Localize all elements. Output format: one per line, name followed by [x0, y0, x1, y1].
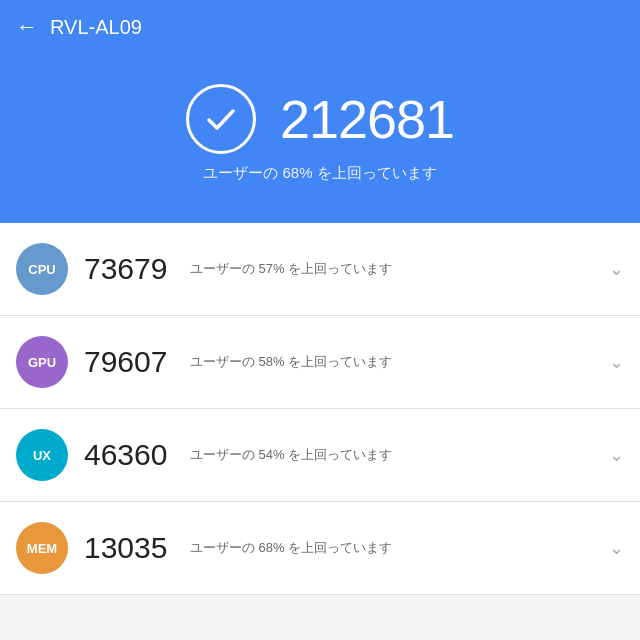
score-desc-cpu: ユーザーの 57% を上回っています [190, 260, 593, 278]
hero-section: 212681 ユーザーの 68% を上回っています [0, 54, 640, 223]
app-header: ← RVL-AL09 [0, 0, 640, 54]
check-icon [202, 100, 240, 138]
badge-gpu: GPU [16, 336, 68, 388]
badge-ux: UX [16, 429, 68, 481]
table-row: MEM 13035 ユーザーの 68% を上回っています ⌄ [0, 502, 640, 595]
hero-score-area: 212681 [186, 84, 454, 154]
hero-subtitle: ユーザーの 68% を上回っています [203, 164, 436, 183]
score-list: CPU 73679 ユーザーの 57% を上回っています ⌄ GPU 79607… [0, 223, 640, 595]
score-number-mem: 13035 [84, 531, 174, 565]
score-desc-ux: ユーザーの 54% を上回っています [190, 446, 593, 464]
badge-mem: MEM [16, 522, 68, 574]
table-row: CPU 73679 ユーザーの 57% を上回っています ⌄ [0, 223, 640, 316]
total-score: 212681 [280, 88, 454, 150]
chevron-down-icon[interactable]: ⌄ [609, 351, 624, 373]
score-number-cpu: 73679 [84, 252, 174, 286]
score-desc-gpu: ユーザーの 58% を上回っています [190, 353, 593, 371]
score-number-ux: 46360 [84, 438, 174, 472]
back-button[interactable]: ← [16, 14, 38, 40]
checkmark-circle [186, 84, 256, 154]
chevron-down-icon[interactable]: ⌄ [609, 444, 624, 466]
badge-cpu: CPU [16, 243, 68, 295]
chevron-down-icon[interactable]: ⌄ [609, 258, 624, 280]
chevron-down-icon[interactable]: ⌄ [609, 537, 624, 559]
table-row: UX 46360 ユーザーの 54% を上回っています ⌄ [0, 409, 640, 502]
table-row: GPU 79607 ユーザーの 58% を上回っています ⌄ [0, 316, 640, 409]
score-desc-mem: ユーザーの 68% を上回っています [190, 539, 593, 557]
score-number-gpu: 79607 [84, 345, 174, 379]
page-title: RVL-AL09 [50, 16, 142, 39]
